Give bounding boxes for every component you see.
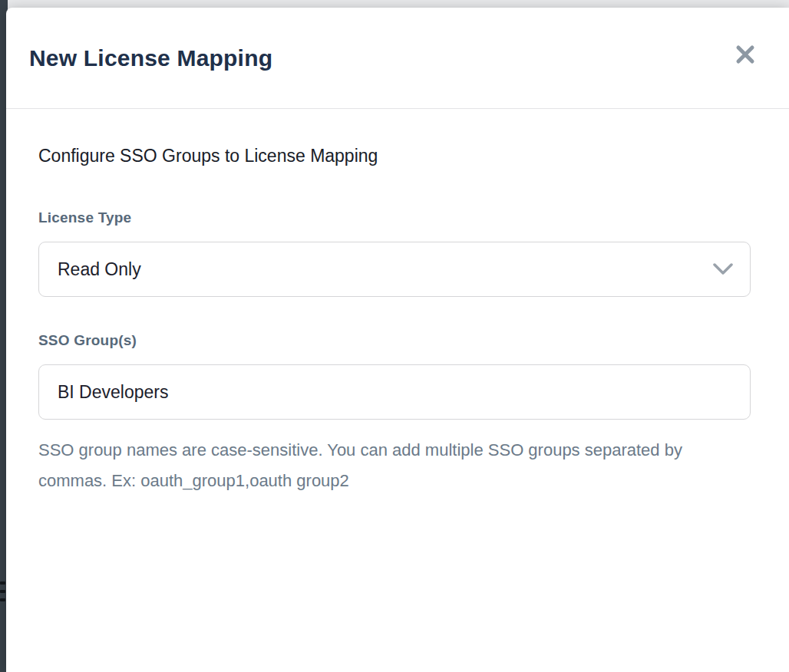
sso-groups-label: SSO Group(s)	[38, 332, 751, 349]
modal-header: New License Mapping	[6, 8, 789, 109]
list-icon	[0, 581, 5, 601]
new-license-mapping-modal: New License Mapping Configure SSO Groups…	[6, 8, 789, 672]
modal-subtitle: Configure SSO Groups to License Mapping	[38, 146, 751, 166]
close-icon	[735, 44, 755, 64]
license-type-field-group: License Type Read Only	[38, 209, 751, 297]
page: New License Mapping Configure SSO Groups…	[0, 0, 789, 672]
license-type-selected-value: Read Only	[58, 259, 141, 280]
license-type-select[interactable]: Read Only	[38, 242, 751, 297]
license-type-label: License Type	[38, 209, 751, 226]
modal-title: New License Mapping	[29, 45, 272, 71]
close-button[interactable]	[732, 41, 758, 68]
sso-groups-help-text: SSO group names are case-sensitive. You …	[38, 435, 698, 496]
modal-body: Configure SSO Groups to License Mapping …	[6, 109, 789, 672]
sso-groups-input[interactable]	[38, 364, 751, 420]
chevron-down-icon	[713, 263, 733, 275]
sso-groups-field-group: SSO Group(s) SSO group names are case-se…	[38, 332, 751, 496]
